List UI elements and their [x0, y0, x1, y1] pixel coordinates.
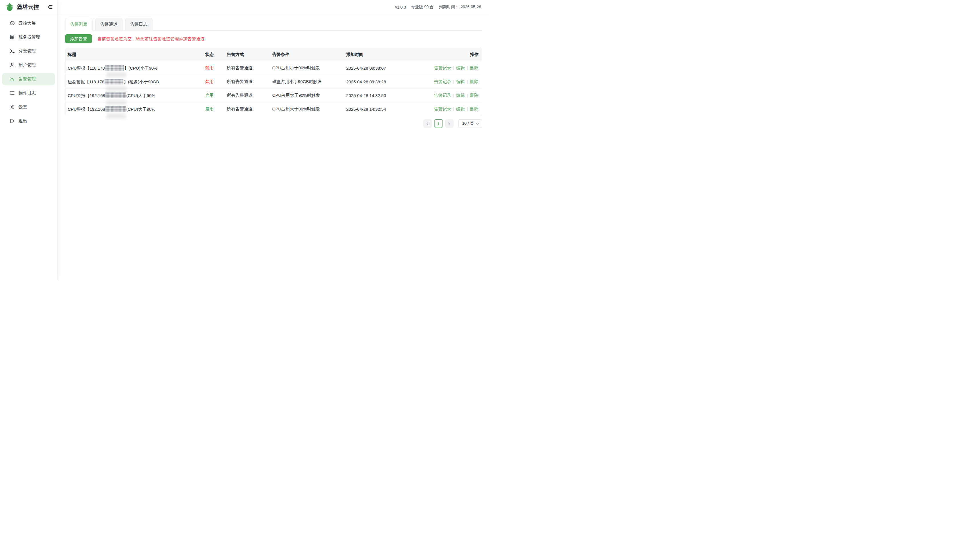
- action-divider: |: [467, 107, 468, 111]
- alarm-condition-cell: CPU占用大于90%时触发: [270, 107, 344, 112]
- tab-alarm-list[interactable]: 告警列表: [65, 18, 92, 30]
- status-badge: 启用: [203, 107, 224, 112]
- added-time-cell: 2025-04-28 09:38:07: [344, 66, 414, 70]
- alarm-condition-cell: CPU占用小于90%时触发: [270, 65, 344, 71]
- main-area: v1.0.3 专业版 99 台 到期时间： 2026-05-26 告警列表 告警…: [57, 0, 488, 280]
- sidebar-item-logout[interactable]: 退出: [2, 115, 55, 127]
- censored-ip-mosaic: [105, 106, 126, 112]
- sidebar-item-label: 设置: [18, 105, 27, 110]
- alarm-bell-icon: [10, 77, 15, 82]
- status-badge: 启用: [203, 93, 224, 98]
- col-header-condition: 告警条件: [270, 52, 344, 57]
- table-row: CPU警报【118.178】(CPU)小于90% 禁用 所有告警通道 CPU占用…: [65, 61, 482, 75]
- table-header-row: 标题 状态 告警方式 告警条件 添加时间 操作: [65, 48, 482, 61]
- page-size-select[interactable]: 10 / 页: [458, 119, 482, 128]
- alarm-records-link[interactable]: 告警记录: [434, 65, 451, 70]
- alarm-method-cell: 所有告警通道: [224, 93, 270, 98]
- edit-link[interactable]: 编辑: [456, 93, 465, 98]
- sidebar-item-label: 操作日志: [18, 90, 36, 96]
- action-divider: |: [453, 79, 454, 84]
- app-logo-shield-icon: [5, 3, 14, 12]
- alarm-table: 标题 状态 告警方式 告警条件 添加时间 操作 CPU警报【118.178】(C…: [65, 48, 482, 116]
- action-divider: |: [467, 93, 468, 98]
- delete-link[interactable]: 删除: [470, 79, 478, 84]
- sidebar-item-label: 退出: [18, 118, 27, 124]
- sidebar-item-label: 告警管理: [18, 77, 36, 82]
- row-actions: 告警记录|编辑|删除: [414, 107, 482, 112]
- table-row: CPU警报【192.168(CPU)大于90% 启用 所有告警通道 CPU占用大…: [65, 88, 482, 102]
- logout-icon: [10, 118, 15, 123]
- sidebar-item-distribution-management[interactable]: 分发管理: [2, 45, 55, 57]
- chevron-down-icon: [476, 122, 479, 125]
- alarm-records-link[interactable]: 告警记录: [434, 107, 451, 111]
- table-row: 磁盘警报【118.178】(磁盘)小于90GB 禁用 所有告警通道 磁盘占用小于…: [65, 75, 482, 88]
- alarm-title-cell: CPU警报【118.178】(CPU)小于90%: [65, 65, 203, 71]
- col-header-actions: 操作: [414, 52, 482, 57]
- top-header: v1.0.3 专业版 99 台 到期时间： 2026-05-26: [57, 0, 488, 14]
- alarm-method-cell: 所有告警通道: [224, 79, 270, 85]
- alarm-title-cell: 磁盘警报【118.178】(磁盘)小于90GB: [65, 79, 203, 85]
- sidebar: 堡塔云控 云控大屏 服务器管理: [0, 0, 57, 280]
- row-actions: 告警记录|编辑|删除: [414, 65, 482, 71]
- alarm-condition-cell: CPU占用大于90%时触发: [270, 93, 344, 98]
- toolbar: 添加告警 当前告警通道为空，请先前往告警通道管理添加告警通道: [65, 34, 482, 43]
- status-badge: 禁用: [203, 65, 224, 71]
- sidebar-item-cloud-dashboard[interactable]: 云控大屏: [2, 17, 55, 29]
- edit-link[interactable]: 编辑: [456, 107, 465, 111]
- pagination: 1 10 / 页: [65, 119, 482, 128]
- expiry-text: 到期时间： 2026-05-26: [439, 5, 481, 10]
- table-body: CPU警报【118.178】(CPU)小于90% 禁用 所有告警通道 CPU占用…: [65, 61, 482, 116]
- col-header-title: 标题: [65, 52, 203, 57]
- alarm-condition-cell: 磁盘占用小于90GB时触发: [270, 79, 344, 85]
- sidebar-item-user-management[interactable]: 用户管理: [2, 59, 55, 72]
- sidebar-item-server-management[interactable]: 服务器管理: [2, 31, 55, 43]
- page-number-button[interactable]: 1: [434, 119, 443, 128]
- row-actions: 告警记录|编辑|删除: [414, 79, 482, 85]
- user-icon: [10, 63, 15, 68]
- action-divider: |: [453, 93, 454, 98]
- delete-link[interactable]: 删除: [470, 65, 478, 70]
- sidebar-fold-icon[interactable]: [46, 4, 53, 10]
- delete-link[interactable]: 删除: [470, 107, 478, 111]
- action-divider: |: [467, 65, 468, 70]
- added-time-cell: 2025-04-28 09:38:28: [344, 79, 414, 84]
- tab-alarm-channel[interactable]: 告警通道: [95, 18, 122, 30]
- server-icon: [10, 35, 15, 40]
- delete-link[interactable]: 删除: [470, 93, 478, 98]
- empty-channel-notice: 当前告警通道为空，请先前往告警通道管理添加告警通道: [97, 36, 204, 42]
- status-badge: 禁用: [203, 79, 224, 85]
- alarm-records-link[interactable]: 告警记录: [434, 79, 451, 84]
- action-divider: |: [467, 79, 468, 84]
- edit-link[interactable]: 编辑: [456, 79, 465, 84]
- add-alarm-button[interactable]: 添加告警: [65, 34, 92, 43]
- sidebar-item-label: 用户管理: [18, 63, 36, 68]
- next-page-button[interactable]: [445, 119, 453, 128]
- prev-page-button[interactable]: [423, 119, 432, 128]
- table-row: CPU警报【192.168(CPU)大于90% 启用 所有告警通道 CPU占用大…: [65, 102, 482, 116]
- alarm-records-link[interactable]: 告警记录: [434, 93, 451, 98]
- sidebar-nav: 云控大屏 服务器管理 分发管理 用户管理: [0, 14, 57, 131]
- logo-row: 堡塔云控: [0, 0, 57, 14]
- sidebar-item-settings[interactable]: 设置: [2, 101, 55, 113]
- chevron-left-icon: [426, 122, 429, 125]
- sidebar-item-operation-log[interactable]: 操作日志: [2, 87, 55, 99]
- censored-ip-mosaic: [105, 65, 124, 71]
- tab-bar: 告警列表 告警通道 告警日志: [65, 18, 482, 30]
- alarm-method-cell: 所有告警通道: [224, 65, 270, 71]
- edit-link[interactable]: 编辑: [456, 65, 465, 70]
- sidebar-item-label: 分发管理: [18, 48, 36, 54]
- col-header-method: 告警方式: [224, 52, 270, 57]
- col-header-status: 状态: [203, 52, 224, 57]
- log-list-icon: [10, 90, 15, 96]
- alarm-title-cell: CPU警报【192.168(CPU)大于90%: [65, 92, 203, 98]
- app-title: 堡塔云控: [17, 3, 39, 11]
- gear-icon: [10, 105, 15, 110]
- action-divider: |: [453, 107, 454, 111]
- tab-alarm-log[interactable]: 告警日志: [125, 18, 152, 30]
- alarm-title-cell: CPU警报【192.168(CPU)大于90%: [65, 106, 203, 112]
- sidebar-item-alarm-management[interactable]: 告警管理: [2, 73, 55, 85]
- sidebar-item-label: 云控大屏: [18, 20, 36, 26]
- dashboard-icon: [10, 20, 15, 26]
- added-time-cell: 2025-04-28 14:32:54: [344, 107, 414, 112]
- censored-ip-mosaic: [105, 92, 126, 98]
